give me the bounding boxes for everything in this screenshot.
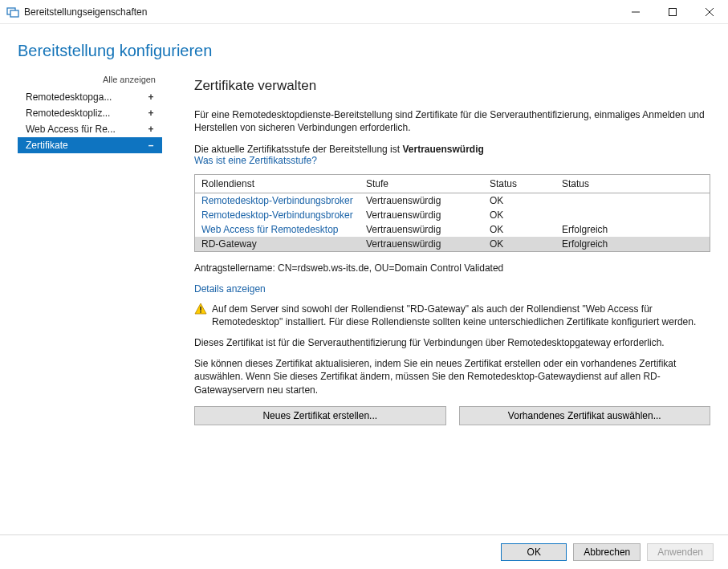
- cell-level: Vertrauenswürdig: [360, 208, 483, 222]
- cell-service: Remotedesktop-Verbindungsbroker: [195, 193, 360, 209]
- sidebar-item-label: Zertifikate: [26, 140, 146, 151]
- select-existing-cert-button[interactable]: Vorhandenes Zertifikat auswählen...: [459, 406, 711, 425]
- cell-status1: OK: [483, 237, 555, 252]
- col-status-1[interactable]: Status: [483, 175, 555, 193]
- sidebar-item-2[interactable]: Web Access für Re...+: [18, 121, 162, 137]
- expand-icon[interactable]: +: [146, 91, 156, 103]
- cert-level-help-link[interactable]: Was ist eine Zertifikatsstufe?: [194, 155, 317, 166]
- sidebar-item-3[interactable]: Zertifikate–: [18, 137, 162, 153]
- warning-text: Auf dem Server sind sowohl der Rollendie…: [212, 303, 710, 328]
- svg-rect-3: [669, 8, 677, 15]
- cell-service: Web Access für Remotedesktop: [195, 222, 360, 237]
- cert-action-buttons: Neues Zertifikat erstellen... Vorhandene…: [194, 406, 710, 425]
- page-title: Bereitstellung konfigurieren: [0, 24, 728, 73]
- cert-level-line: Die aktuelle Zertifikatsstufe der Bereit…: [194, 144, 710, 155]
- cell-level: Vertrauenswürdig: [360, 222, 483, 237]
- sidebar-item-label: Web Access für Re...: [26, 124, 146, 135]
- cell-status2: [555, 193, 710, 209]
- cell-status1: OK: [483, 208, 555, 222]
- cert-level-value: Vertrauenswürdig: [402, 144, 483, 155]
- cell-service: Remotedesktop-Verbindungsbroker: [195, 208, 360, 222]
- sidebar-item-label: Remotedesktopliz...: [26, 108, 146, 119]
- warning-row: Auf dem Server sind sowohl der Rollendie…: [194, 303, 710, 328]
- cell-status2: Erfolgreich: [555, 222, 710, 237]
- close-button[interactable]: [691, 0, 728, 24]
- svg-rect-7: [200, 307, 201, 311]
- cell-status2: Erfolgreich: [555, 237, 710, 252]
- table-header-row: Rollendienst Stufe Status Status: [195, 175, 710, 193]
- col-service[interactable]: Rollendienst: [195, 175, 360, 193]
- show-all-link[interactable]: Alle anzeigen: [18, 73, 162, 89]
- expand-icon[interactable]: +: [146, 108, 156, 119]
- cell-status1: OK: [483, 222, 555, 237]
- main-content: Zertifikate verwalten Für eine Remotedes…: [162, 73, 710, 547]
- cell-level: Vertrauenswürdig: [360, 193, 483, 209]
- sidebar-item-label: Remotedesktopga...: [26, 91, 146, 103]
- dialog-footer: OK Abbrechen Anwenden: [0, 534, 728, 569]
- table-row[interactable]: Web Access für RemotedesktopVertrauenswü…: [195, 222, 710, 237]
- subject-name: Antragstellername: CN=rdsweb.ws-its.de, …: [194, 262, 710, 274]
- window-title: Bereitstellungseigenschaften: [24, 6, 617, 18]
- svg-rect-1: [10, 10, 18, 17]
- col-level[interactable]: Stufe: [360, 175, 483, 193]
- app-icon: [6, 6, 19, 18]
- purpose-text: Dieses Zertifikat ist für die Serverauth…: [194, 336, 710, 349]
- collapse-icon[interactable]: –: [146, 140, 156, 151]
- intro-text: Für eine Remotedesktopdienste-Bereitstel…: [194, 108, 710, 134]
- col-status-2[interactable]: Status: [555, 175, 710, 193]
- svg-rect-8: [200, 311, 201, 313]
- cancel-button[interactable]: Abbrechen: [573, 543, 641, 561]
- sidebar-item-0[interactable]: Remotedesktopga...+: [18, 89, 162, 105]
- minimize-button[interactable]: [617, 0, 654, 24]
- apply-button[interactable]: Anwenden: [647, 543, 714, 561]
- cell-level: Vertrauenswürdig: [360, 237, 483, 252]
- cert-table: Rollendienst Stufe Status Status Remoted…: [194, 174, 710, 252]
- update-info-text: Sie können dieses Zertifikat aktualisier…: [194, 357, 710, 396]
- expand-icon[interactable]: +: [146, 124, 156, 135]
- table-row[interactable]: Remotedesktop-VerbindungsbrokerVertrauen…: [195, 208, 710, 222]
- cell-service: RD-Gateway: [195, 237, 360, 252]
- window-controls: [617, 0, 728, 24]
- new-cert-button[interactable]: Neues Zertifikat erstellen...: [194, 406, 446, 425]
- ok-button[interactable]: OK: [501, 543, 567, 561]
- sidebar-item-1[interactable]: Remotedesktopliz...+: [18, 105, 162, 121]
- cell-status2: [555, 208, 710, 222]
- sidebar: Alle anzeigen Remotedesktopga...+Remoted…: [18, 73, 162, 547]
- table-row[interactable]: RD-GatewayVertrauenswürdigOKErfolgreich: [195, 237, 710, 252]
- details-link[interactable]: Details anzeigen: [194, 283, 266, 295]
- table-row[interactable]: Remotedesktop-VerbindungsbrokerVertrauen…: [195, 193, 710, 209]
- cell-status1: OK: [483, 193, 555, 209]
- section-heading: Zertifikate verwalten: [194, 78, 710, 94]
- cert-level-prefix: Die aktuelle Zertifikatsstufe der Bereit…: [194, 144, 402, 155]
- warning-icon: [194, 303, 207, 315]
- maximize-button[interactable]: [654, 0, 691, 24]
- titlebar: Bereitstellungseigenschaften: [0, 0, 728, 24]
